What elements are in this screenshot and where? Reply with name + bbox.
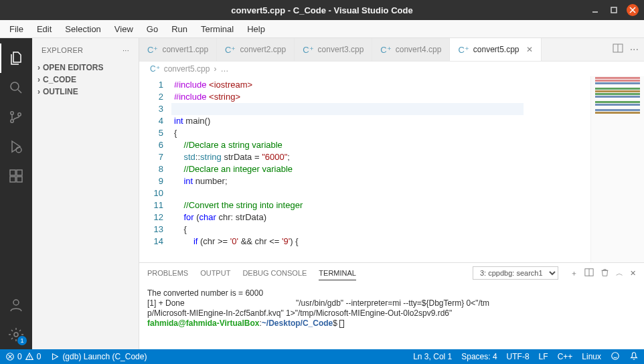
activity-settings-button[interactable]: 1	[0, 320, 32, 349]
svg-point-2	[11, 112, 13, 114]
terminal-select[interactable]: 3: cppdbg: search1	[473, 266, 558, 280]
status-bar: 0 0 (gdb) Launch (C_Code) Ln 3, Col 1 Sp…	[0, 349, 644, 364]
menu-bar: File Edit Selection View Go Run Terminal…	[0, 20, 644, 38]
search-icon	[8, 80, 24, 96]
branch-icon	[8, 109, 24, 125]
activity-search-button[interactable]	[0, 73, 32, 102]
editor-tab-active[interactable]: C⁺convert5.cpp✕	[450, 38, 541, 61]
terminal-prompt-path: ~/Desktop/C_Code	[262, 318, 333, 328]
more-actions-icon[interactable]: ···	[630, 43, 639, 56]
chevron-right-icon: ›	[37, 87, 40, 96]
editor-tab[interactable]: C⁺convert4.cpp	[372, 38, 450, 61]
status-notifications-icon[interactable]	[629, 351, 639, 363]
editor-tab[interactable]: C⁺convert1.cpp	[139, 38, 217, 61]
svg-rect-9	[17, 170, 22, 175]
sidebar-section-outline[interactable]: ›OUTLINE	[32, 86, 139, 98]
files-icon	[8, 50, 24, 66]
cpp-file-icon: C⁺	[225, 45, 236, 55]
menu-file[interactable]: File	[3, 21, 30, 37]
warning-icon	[25, 352, 34, 361]
panel-tab-problems[interactable]: PROBLEMS	[147, 266, 188, 280]
svg-point-15	[612, 352, 619, 359]
panel-tab-output[interactable]: OUTPUT	[200, 266, 230, 280]
menu-help[interactable]: Help	[240, 21, 272, 37]
svg-point-4	[18, 113, 21, 116]
terminal-output[interactable]: The converted number is = 6000 [1] + Don…	[139, 283, 644, 349]
code-editor[interactable]: 1234567891011121314 #include <iostream>#…	[139, 76, 644, 262]
line-gutter: 1234567891011121314	[139, 76, 171, 262]
menu-go[interactable]: Go	[140, 21, 165, 37]
explorer-sidebar: EXPLORER ··· ›OPEN EDITORS ›C_CODE ›OUTL…	[32, 38, 139, 349]
activity-debug-button[interactable]	[0, 132, 32, 161]
extensions-icon	[8, 168, 24, 184]
svg-point-1	[11, 82, 19, 90]
svg-rect-0	[611, 7, 617, 13]
editor-tab[interactable]: C⁺convert3.cpp	[295, 38, 372, 61]
code-lines[interactable]: #include <iostream>#include <string>int …	[171, 76, 590, 262]
status-errors[interactable]: 0 0	[5, 352, 41, 361]
panel-tab-terminal[interactable]: TERMINAL	[319, 266, 356, 280]
chevron-right-icon: ›	[214, 64, 216, 74]
status-language[interactable]: C++	[558, 352, 573, 361]
editor-group: C⁺convert1.cpp C⁺convert2.cpp C⁺convert3…	[139, 38, 644, 349]
menu-view[interactable]: View	[108, 21, 140, 37]
sidebar-more-icon[interactable]: ···	[123, 46, 129, 54]
terminal-prompt-user: fahmida@fahmida-VirtualBox	[147, 318, 260, 328]
status-launch[interactable]: (gdb) Launch (C_Code)	[50, 352, 147, 361]
kill-terminal-icon[interactable]	[600, 268, 609, 278]
window-close-button[interactable]	[627, 4, 639, 16]
cpp-file-icon: C⁺	[150, 64, 160, 74]
close-icon[interactable]: ✕	[526, 45, 533, 54]
chevron-right-icon: ›	[37, 75, 40, 84]
svg-point-11	[14, 333, 18, 337]
settings-badge: 1	[17, 336, 27, 345]
window-maximize-button[interactable]	[608, 4, 620, 16]
svg-rect-8	[17, 177, 22, 182]
menu-edit[interactable]: Edit	[30, 21, 58, 37]
status-os[interactable]: Linux	[582, 352, 601, 361]
chevron-right-icon: ›	[37, 63, 40, 72]
split-editor-icon[interactable]	[613, 43, 623, 56]
window-title: convert5.cpp - C_Code - Visual Studio Co…	[5, 5, 639, 15]
error-icon	[5, 352, 15, 361]
status-encoding[interactable]: UTF-8	[507, 352, 530, 361]
breadcrumb[interactable]: C⁺ convert5.cpp › …	[139, 62, 644, 76]
svg-rect-7	[10, 177, 15, 182]
panel-tab-debug[interactable]: DEBUG CONSOLE	[242, 266, 307, 280]
status-spaces[interactable]: Spaces: 4	[461, 352, 497, 361]
activity-account-button[interactable]	[0, 290, 32, 320]
cpp-file-icon: C⁺	[147, 45, 158, 55]
status-feedback-icon[interactable]	[611, 351, 620, 363]
sidebar-section-folder[interactable]: ›C_CODE	[32, 74, 139, 86]
maximize-panel-icon[interactable]: ︿	[616, 268, 623, 278]
account-icon	[8, 297, 24, 313]
activity-extensions-button[interactable]	[0, 161, 32, 191]
menu-terminal[interactable]: Terminal	[194, 21, 240, 37]
terminal-cursor	[339, 320, 344, 328]
cpp-file-icon: C⁺	[380, 45, 391, 55]
play-bug-icon	[8, 139, 24, 155]
window-titlebar: convert5.cpp - C_Code - Visual Studio Co…	[0, 0, 644, 20]
bottom-panel: PROBLEMS OUTPUT DEBUG CONSOLE TERMINAL 3…	[139, 262, 644, 349]
activity-scm-button[interactable]	[0, 102, 32, 132]
svg-point-3	[11, 120, 13, 122]
svg-point-10	[13, 300, 19, 305]
sidebar-section-open-editors[interactable]: ›OPEN EDITORS	[32, 62, 139, 74]
activity-explorer-button[interactable]	[0, 43, 32, 73]
menu-run[interactable]: Run	[165, 21, 194, 37]
status-ln-col[interactable]: Ln 3, Col 1	[413, 352, 452, 361]
activity-bar: 1	[0, 38, 32, 349]
status-eol[interactable]: LF	[539, 352, 548, 361]
sidebar-title: EXPLORER	[42, 46, 83, 54]
menu-selection[interactable]: Selection	[58, 21, 107, 37]
minimap[interactable]	[590, 76, 644, 262]
close-panel-icon[interactable]: ✕	[630, 269, 636, 278]
svg-rect-6	[10, 170, 15, 175]
new-terminal-icon[interactable]: ＋	[570, 268, 578, 278]
run-icon	[50, 352, 60, 361]
cpp-file-icon: C⁺	[458, 45, 469, 55]
editor-tab[interactable]: C⁺convert2.cpp	[217, 38, 295, 61]
cpp-file-icon: C⁺	[303, 45, 313, 55]
split-terminal-icon[interactable]	[584, 268, 594, 278]
window-minimize-button[interactable]	[589, 4, 601, 16]
